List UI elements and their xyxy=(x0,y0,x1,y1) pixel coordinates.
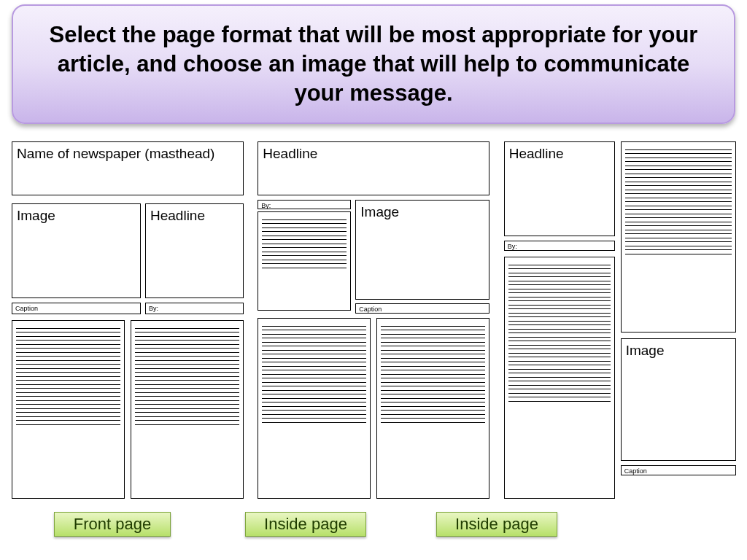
text-column xyxy=(131,320,244,499)
byline-box: By: xyxy=(258,200,351,209)
headline-box: Headline xyxy=(504,141,615,236)
caption-box: Caption xyxy=(355,303,489,314)
text-column xyxy=(376,318,489,499)
byline-box: By: xyxy=(504,241,615,251)
template-front-page[interactable]: Name of newspaper (masthead) Image Headl… xyxy=(12,141,243,499)
image-box: Image xyxy=(12,203,141,298)
text-column xyxy=(258,211,351,311)
caption-box: Caption xyxy=(12,303,141,314)
template-inside-page-1[interactable]: Headline By: Image Caption xyxy=(258,141,489,499)
image-box: Image xyxy=(621,338,736,461)
masthead-box: Name of newspaper (masthead) xyxy=(12,141,244,195)
button-row: Front page Inside page Inside page xyxy=(0,512,747,541)
text-column xyxy=(258,318,371,499)
front-page-button[interactable]: Front page xyxy=(54,512,171,537)
headline-box: Headline xyxy=(145,203,244,298)
text-column xyxy=(504,257,615,499)
inside-page-button-2[interactable]: Inside page xyxy=(436,512,557,537)
text-column xyxy=(621,141,736,332)
instruction-banner: Select the page format that will be most… xyxy=(12,4,735,124)
text-column xyxy=(12,320,125,499)
template-inside-page-2[interactable]: Headline By: Image Caption xyxy=(504,141,735,499)
caption-box: Caption xyxy=(621,465,736,475)
templates-row: Name of newspaper (masthead) Image Headl… xyxy=(12,141,735,499)
byline-box: By: xyxy=(145,303,244,314)
image-box: Image xyxy=(355,200,489,300)
inside-page-button-1[interactable]: Inside page xyxy=(245,512,366,537)
headline-box: Headline xyxy=(258,141,489,195)
